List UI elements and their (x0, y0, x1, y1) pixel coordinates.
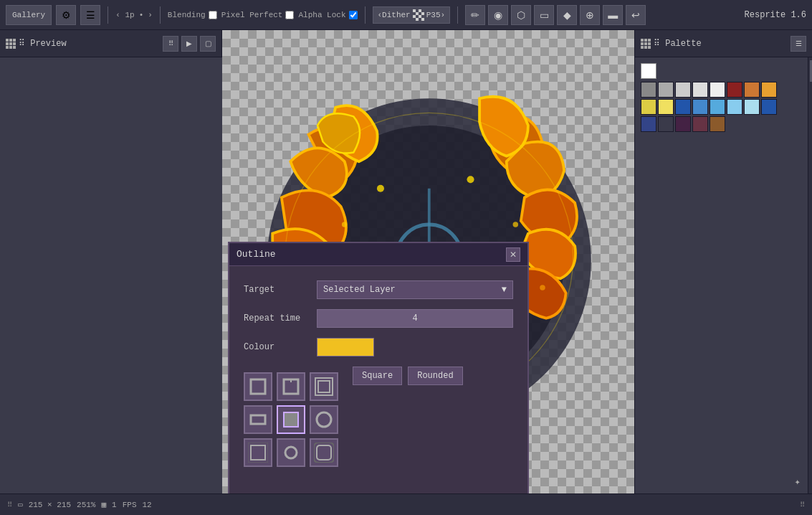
shape-tool[interactable]: ⊕ (580, 5, 600, 25)
palette-grid-icon (641, 39, 651, 49)
svg-rect-11 (6, 42, 9, 45)
palette-color-dark1[interactable] (658, 116, 674, 132)
svg-rect-36 (251, 415, 265, 424)
pattern-cell-4[interactable] (244, 405, 272, 434)
pattern-cell-6[interactable] (310, 405, 338, 434)
preview-play-button[interactable]: ▶ (181, 36, 197, 52)
svg-rect-49 (648, 42, 651, 45)
dialog-close-button[interactable]: ✕ (506, 247, 520, 262)
palette-color-gray2[interactable] (658, 82, 674, 98)
palette-color-blue1[interactable] (675, 99, 691, 115)
svg-rect-13 (13, 42, 16, 45)
separator-2 (160, 6, 161, 24)
palette-color-yellow1[interactable] (641, 99, 656, 115)
colour-swatch[interactable] (317, 338, 374, 356)
nav-right: › (148, 11, 153, 19)
preview-expand-button[interactable]: ▢ (200, 36, 216, 52)
pixel-perfect-checkbox[interactable] (285, 11, 294, 19)
svg-point-38 (317, 412, 331, 427)
svg-rect-48 (644, 42, 647, 45)
pattern-cell-5-active[interactable] (277, 405, 305, 434)
canvas-size-icon: ▭ (18, 500, 23, 509)
dot-separator: • (139, 11, 144, 19)
palette-color-orange1[interactable] (744, 82, 760, 98)
svg-rect-42 (317, 445, 331, 460)
right-panel: ⠿ Palette ☰ (634, 30, 812, 493)
bottom-dots-right: ⠿ (800, 501, 805, 509)
svg-rect-2 (416, 12, 419, 15)
repeat-label: Repeat time (244, 313, 308, 323)
repeat-input[interactable] (317, 309, 513, 328)
menu-button[interactable]: ☰ (80, 5, 100, 25)
palette-color-purple1[interactable] (675, 116, 691, 132)
palette-color-blue4[interactable] (727, 99, 742, 115)
svg-rect-34 (318, 381, 330, 392)
undo-tool[interactable]: ↩ (626, 5, 646, 25)
palette-color-gray4[interactable] (692, 82, 708, 98)
top-toolbar: Gallery ⚙ ☰ ‹ 1p • › Blending Pixel Perf… (0, 0, 812, 30)
palette-color-red1[interactable] (727, 82, 742, 98)
pixel-perfect-group: Pixel Perfect (221, 11, 295, 19)
pattern-cell-9[interactable] (310, 438, 338, 467)
palette-scrollbar[interactable] (808, 57, 812, 493)
svg-rect-50 (641, 46, 644, 49)
palette-color-orange2[interactable] (761, 82, 777, 98)
dialog-footer: Cancel Apply Confirm (229, 490, 527, 493)
palette-color-gray5[interactable] (710, 82, 725, 98)
colour-row: Colour (244, 338, 513, 356)
select-tool[interactable]: ▭ (534, 5, 554, 25)
fps-value: 12 (143, 501, 152, 509)
preview-grid-button[interactable]: ⠿ (163, 36, 178, 52)
pattern-cell-7[interactable] (244, 438, 272, 467)
pencil-tool[interactable]: ✏ (465, 5, 485, 25)
palette-color-blue3[interactable] (710, 99, 725, 115)
palette-star-icon[interactable]: ✦ (795, 476, 801, 488)
target-label: Target (244, 285, 308, 295)
svg-rect-7 (421, 18, 424, 21)
line-tool[interactable]: ▬ (603, 5, 623, 25)
dialog-title: Outline (237, 249, 276, 260)
nav-left: ‹ 1p (115, 11, 134, 19)
separator-4 (457, 6, 458, 24)
rounded-button[interactable]: Rounded (408, 367, 462, 385)
drawing-tools: ✏ ◉ ⬡ ▭ ◆ ⊕ ▬ ↩ (465, 5, 646, 25)
palette-color-blue6[interactable] (761, 99, 777, 115)
palette-color-navy1[interactable] (641, 116, 656, 132)
pattern-section: Square Rounded (244, 367, 513, 478)
eraser-tool[interactable]: ◉ (488, 5, 508, 25)
svg-rect-9 (9, 39, 12, 42)
settings-button[interactable]: ⚙ (56, 5, 76, 25)
palette-color-purple2[interactable] (692, 116, 708, 132)
svg-point-27 (513, 222, 519, 227)
palette-menu-button[interactable]: ☰ (790, 36, 806, 52)
eyedropper-tool[interactable]: ◆ (557, 5, 577, 25)
pattern-cell-3[interactable] (310, 372, 338, 401)
layer-count: 1 (112, 501, 117, 509)
palette-color-brown1[interactable] (710, 116, 725, 132)
svg-rect-47 (641, 42, 644, 45)
svg-rect-45 (644, 39, 647, 42)
pattern-cell-1[interactable] (244, 372, 272, 401)
fill-tool[interactable]: ⬡ (511, 5, 531, 25)
pattern-cell-2[interactable] (277, 372, 305, 401)
svg-point-24 (377, 185, 384, 192)
canvas-area[interactable]: Outline ✕ Target Selected Layer ▼ Repeat… (222, 30, 634, 493)
blending-checkbox[interactable] (209, 11, 217, 19)
target-dropdown[interactable]: Selected Layer ▼ (317, 280, 513, 299)
alpha-lock-checkbox[interactable] (349, 11, 358, 19)
square-button[interactable]: Square (353, 367, 402, 385)
gallery-button[interactable]: Gallery (6, 5, 52, 25)
app-title: Resprite 1.6 (745, 10, 806, 20)
dither-button[interactable]: ‹Dither P35› (373, 6, 451, 24)
palette-color-gray1[interactable] (641, 82, 656, 98)
palette-color-blue2[interactable] (692, 99, 708, 115)
palette-color-gray3[interactable] (675, 82, 691, 98)
canvas-zoom: 251% (77, 501, 95, 509)
palette-white-color[interactable] (641, 63, 656, 79)
palette-color-blue5[interactable] (744, 99, 760, 115)
main-area: ⠿ Preview ⠿ ▶ ▢ (0, 30, 812, 493)
svg-rect-15 (9, 46, 12, 49)
svg-rect-51 (644, 46, 647, 49)
pattern-cell-8[interactable] (277, 438, 305, 467)
palette-color-yellow2[interactable] (658, 99, 674, 115)
